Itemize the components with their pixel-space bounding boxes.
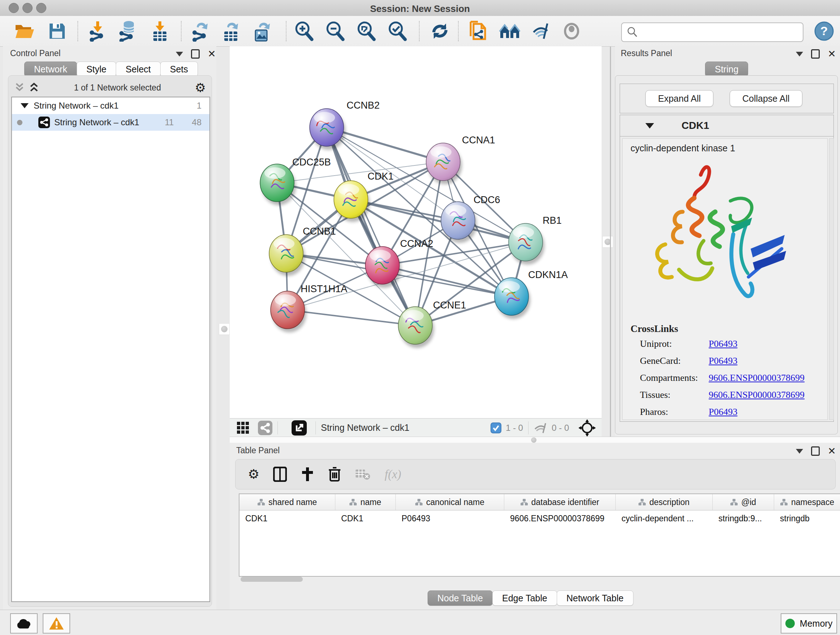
column-header--id[interactable]: @id [713, 494, 774, 510]
table-row[interactable]: CDK1CDK1P064939606.ENSP00000378699cyclin… [240, 510, 840, 526]
memory-button[interactable]: Memory [781, 613, 837, 633]
table-cell[interactable]: CDK1 [240, 514, 335, 524]
panel-menu-icon[interactable] [176, 52, 183, 57]
network-row-selected[interactable]: String Network – cdk1 11 48 [12, 114, 210, 131]
crosslink-link[interactable]: 9606.ENSP00000378699 [709, 372, 805, 383]
entry-name: CDK1 [682, 120, 709, 131]
new-network-from-selection-icon[interactable] [467, 20, 490, 42]
collapse-all-icon[interactable] [13, 82, 26, 93]
network-edge[interactable] [287, 310, 415, 325]
export-image-icon[interactable] [250, 20, 273, 42]
tab-network-table[interactable]: Network Table [557, 591, 633, 606]
results-scrollbar[interactable] [829, 138, 834, 420]
left-splitter-handle[interactable] [219, 323, 230, 335]
import-network-from-database-icon[interactable] [117, 20, 140, 42]
birds-eye-view-icon[interactable] [578, 419, 596, 437]
table-cell[interactable]: P06493 [396, 514, 504, 524]
right-splitter-handle[interactable] [602, 236, 613, 248]
float-panel-icon[interactable] [191, 49, 200, 59]
crosslink-link[interactable]: P06493 [709, 407, 737, 417]
export-table-icon[interactable] [219, 20, 242, 42]
export-network-icon[interactable] [189, 20, 212, 42]
table-options-gear-icon[interactable]: ⚙ [248, 467, 259, 482]
close-panel-icon[interactable]: ✕ [208, 50, 216, 57]
tab-sets[interactable]: Sets [160, 62, 198, 77]
network-options-gear-icon[interactable]: ⚙ [195, 80, 206, 95]
expand-all-icon[interactable] [28, 82, 40, 93]
entry-expander-icon[interactable] [645, 123, 654, 128]
column-header-shared-name[interactable]: shared name [240, 494, 335, 510]
cloud-status-button[interactable] [10, 613, 38, 633]
network-edge[interactable] [327, 127, 415, 325]
zoom-selected-icon[interactable] [386, 20, 409, 42]
panel-menu-icon[interactable] [796, 449, 803, 454]
network-node-ccna1[interactable]: CCNA1 [426, 135, 495, 184]
help-icon[interactable]: ? [813, 20, 836, 42]
network-node-ccnb2[interactable]: CCNB2 [309, 100, 380, 150]
horizontal-splitter[interactable] [230, 437, 840, 443]
table-cell[interactable]: cyclin-dependent ... [616, 514, 713, 524]
apply-preferred-layout-icon[interactable] [428, 20, 452, 42]
open-session-icon[interactable] [13, 20, 36, 42]
network-node-cdc6[interactable]: CDC6 [441, 195, 500, 243]
tab-style[interactable]: Style [77, 62, 117, 77]
network-node-cdkn1a[interactable]: CDKN1A [494, 269, 568, 319]
add-column-icon[interactable] [301, 467, 314, 482]
collection-expander-icon[interactable] [21, 103, 28, 108]
save-session-icon[interactable] [46, 20, 69, 42]
zoom-out-icon[interactable] [324, 20, 347, 42]
entry-content: cyclin-dependent kinase 1 [622, 138, 828, 420]
tab-network[interactable]: Network [24, 62, 77, 77]
show-columns-icon[interactable] [273, 467, 287, 482]
tab-select[interactable]: Select [116, 62, 160, 77]
network-node-hist1h1a[interactable]: HIST1H1A [271, 283, 347, 333]
column-header-database-identifier[interactable]: database identifier [504, 494, 616, 510]
column-header-description[interactable]: description [616, 494, 713, 510]
table-cell[interactable]: 9606.ENSP00000378699 [504, 514, 616, 524]
close-panel-icon[interactable]: ✕ [828, 50, 836, 57]
hide-selected-icon[interactable] [531, 20, 554, 42]
zoom-fit-icon[interactable] [355, 20, 378, 42]
table-cell[interactable]: CDK1 [335, 514, 396, 524]
node-table[interactable]: shared namenamecanonical namedatabase id… [239, 494, 840, 577]
show-all-icon[interactable] [560, 20, 583, 42]
grid-view-icon[interactable] [236, 421, 250, 435]
search-input[interactable] [641, 27, 803, 38]
expand-all-button[interactable]: Expand All [645, 90, 714, 107]
detach-view-icon[interactable] [292, 420, 307, 435]
tab-string[interactable]: String [705, 62, 748, 77]
warnings-button[interactable] [43, 613, 70, 633]
close-panel-icon[interactable]: ✕ [828, 448, 836, 455]
network-edge[interactable] [351, 200, 526, 242]
entry-header[interactable]: CDK1 [620, 115, 834, 136]
network-list: String Network – cdk1 1 String Network –… [11, 97, 210, 602]
column-header-namespace[interactable]: namespace [774, 494, 840, 510]
table-cell[interactable]: stringdb [774, 514, 840, 524]
first-neighbors-icon[interactable] [499, 20, 522, 42]
table-horizontal-scrollbar[interactable] [240, 577, 303, 582]
float-panel-icon[interactable] [811, 49, 820, 59]
splitter-handle[interactable] [531, 437, 537, 443]
zoom-in-icon[interactable] [292, 20, 316, 42]
tab-node-table[interactable]: Node Table [428, 591, 493, 606]
tab-edge-table[interactable]: Edge Table [493, 591, 557, 606]
collapse-all-button[interactable]: Collapse All [729, 90, 802, 107]
crosslink-link[interactable]: 9606.ENSP00000378699 [709, 390, 805, 401]
network-node-ccne1[interactable]: CCNE1 [398, 300, 466, 348]
import-table-icon[interactable] [148, 20, 172, 42]
delete-column-icon[interactable] [328, 466, 341, 482]
crosslink-link[interactable]: P06493 [709, 356, 737, 366]
network-node-ccnb1[interactable]: CCNB1 [269, 226, 336, 276]
network-node-rb1[interactable]: RB1 [508, 215, 562, 264]
crosslink-link[interactable]: P06493 [709, 339, 737, 349]
column-header-name[interactable]: name [335, 494, 396, 510]
float-panel-icon[interactable] [811, 447, 820, 456]
network-canvas[interactable]: CCNB2CCNA1CDC25BCDK1CDC6RB1CCNB1CCNA2CDK… [230, 46, 602, 418]
import-network-icon[interactable] [86, 20, 109, 42]
column-header-canonical-name[interactable]: canonical name [396, 494, 504, 510]
table-header-row: shared namenamecanonical namedatabase id… [240, 494, 840, 510]
table-cell[interactable]: stringdb:9... [713, 514, 774, 524]
panel-menu-icon[interactable] [796, 52, 803, 57]
network-overview-icon[interactable] [258, 421, 272, 435]
network-collection-row[interactable]: String Network – cdk1 1 [12, 97, 210, 114]
